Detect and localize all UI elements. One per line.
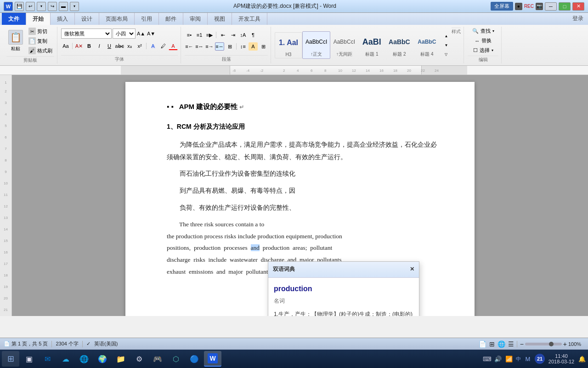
tab-home[interactable]: 开始 bbox=[26, 13, 51, 25]
undo-btn[interactable]: ↩ bbox=[26, 2, 35, 11]
styles-more[interactable]: ▽ bbox=[441, 50, 451, 58]
styles-scroll-down[interactable]: ▼ bbox=[441, 41, 451, 49]
doc-eng-para3[interactable]: positions, production processes and prod… bbox=[167, 242, 438, 254]
font-name-select[interactable]: 微软雅黑 bbox=[61, 29, 112, 39]
line-spacing-btn[interactable]: ↕≡ bbox=[238, 42, 248, 51]
font-size-decrease[interactable]: A▼ bbox=[147, 29, 156, 38]
copy-btn[interactable]: 📄 复制 bbox=[27, 36, 54, 46]
taskbar-app2[interactable]: ⬡ bbox=[167, 351, 185, 367]
num-list-btn[interactable]: ≡1 bbox=[195, 31, 204, 39]
zoom-minus[interactable]: − bbox=[520, 340, 524, 348]
doc-eng-para1[interactable]: The three risk sources contain a to bbox=[167, 218, 438, 230]
taskbar-explorer[interactable]: 📁 bbox=[112, 351, 130, 367]
bullet-list-btn[interactable]: ≡• bbox=[185, 31, 194, 39]
tray-keyboard[interactable]: ⌨ bbox=[483, 355, 491, 363]
save-quick-btn[interactable]: 💾 bbox=[15, 2, 24, 11]
style-h3[interactable]: 1. AaI H3 bbox=[275, 32, 302, 58]
document-scroll-area[interactable]: ▪ APM 建设的必要性 ↵ 1、RCM 分析及方法论应用 1、RCM 分析及方… bbox=[12, 75, 588, 316]
shading-btn[interactable]: A bbox=[249, 42, 258, 51]
tray-badge[interactable]: 21 bbox=[535, 354, 545, 364]
view-outline-btn[interactable]: ☰ bbox=[508, 340, 514, 348]
text-highlight-btn[interactable]: 🖊 bbox=[158, 42, 168, 50]
login-btn[interactable]: 登录 bbox=[568, 13, 588, 25]
format-paint-btn[interactable]: 🖌 格式刷 bbox=[27, 46, 54, 55]
redo-btn[interactable]: ↪ bbox=[48, 2, 57, 11]
fullscreen-btn[interactable]: 全屏幕 bbox=[491, 2, 513, 11]
style-h2[interactable]: AaBbC 标题 2 bbox=[385, 32, 413, 58]
font-size-select[interactable]: 小四 bbox=[113, 29, 136, 39]
tray-cn[interactable]: 中 bbox=[516, 356, 521, 362]
font-color-btn[interactable]: A bbox=[169, 42, 178, 50]
style-nospace[interactable]: AaBbCcI ↑无间距 bbox=[330, 32, 358, 58]
align-right-btn[interactable]: ≡→ bbox=[205, 42, 214, 51]
system-clock[interactable]: 11:40 2018-03-12 bbox=[548, 353, 575, 364]
doc-para1[interactable]: 为降低企业产品成本，满足用户需求，提高市场竞争能力，提高企业经济效益，石化企业必… bbox=[167, 139, 438, 163]
tab-developer[interactable]: 开发工具 bbox=[232, 13, 267, 25]
ruler-main[interactable]: -6 -4 -2 2 4 6 8 10 12 14 16 18 20 22 24 bbox=[230, 66, 421, 75]
style-h4[interactable]: AaBbC 标题 4 bbox=[413, 32, 441, 58]
superscript-btn[interactable]: x² bbox=[135, 42, 144, 50]
font-case-btn[interactable]: Aa bbox=[61, 42, 70, 50]
select-btn[interactable]: ☐选择▾ bbox=[472, 46, 494, 55]
style-normal[interactable]: AaBbCcI ↑正文 bbox=[302, 31, 330, 59]
clear-format-btn[interactable]: A✕ bbox=[74, 42, 84, 50]
tray-notification[interactable]: 🔔 bbox=[578, 355, 586, 363]
paste-btn[interactable]: 📋 粘贴 bbox=[6, 29, 25, 53]
tray-ime[interactable]: M bbox=[524, 355, 532, 363]
justify-btn[interactable]: ≡↔ bbox=[215, 42, 224, 51]
align-center-btn[interactable]: ≡↔ bbox=[195, 42, 204, 51]
customize-arrow[interactable]: ▾ bbox=[70, 2, 79, 11]
view-normal-btn[interactable]: 📄 bbox=[479, 340, 486, 348]
replace-btn[interactable]: ↔替换 bbox=[474, 36, 492, 45]
tab-file[interactable]: 文件 bbox=[2, 13, 26, 25]
align-distribute-btn[interactable]: ⊞ bbox=[225, 42, 234, 51]
tray-network[interactable]: 📶 bbox=[505, 355, 513, 363]
increase-indent-btn[interactable]: ⇥ bbox=[228, 31, 237, 39]
view-layout-btn[interactable]: ⊞ bbox=[489, 340, 495, 348]
tab-view[interactable]: 视图 bbox=[208, 13, 232, 25]
align-left-btn[interactable]: ≡← bbox=[185, 42, 194, 51]
language-indicator[interactable]: 英语(美国) bbox=[94, 340, 118, 347]
sort-btn[interactable]: ↕A bbox=[238, 31, 248, 39]
text-effect-btn[interactable]: A bbox=[148, 42, 158, 50]
cut-btn[interactable]: ✂ 剪切 bbox=[27, 27, 54, 36]
dict-close-btn[interactable]: ✕ bbox=[410, 264, 414, 275]
tab-review[interactable]: 审阅 bbox=[183, 13, 208, 25]
bold-btn[interactable]: B bbox=[85, 42, 94, 50]
close-btn[interactable]: ✕ bbox=[572, 2, 584, 11]
taskbar-globe[interactable]: 🌍 bbox=[94, 351, 111, 367]
multi-list-btn[interactable]: ≡▶ bbox=[205, 31, 214, 39]
show-marks-btn[interactable]: ¶ bbox=[249, 31, 258, 39]
start-btn[interactable]: ⊞ bbox=[2, 351, 19, 367]
camera-icon[interactable]: 📷 bbox=[536, 3, 543, 10]
find-btn[interactable]: 🔍查找▾ bbox=[471, 27, 495, 35]
tray-volume[interactable]: 🔊 bbox=[494, 355, 502, 363]
undo-arrow[interactable]: ▾ bbox=[37, 2, 46, 11]
underline-btn[interactable]: U bbox=[105, 42, 114, 50]
zoom-plus[interactable]: + bbox=[563, 340, 567, 348]
doc-eng-para2[interactable]: the production process risks include pro… bbox=[167, 230, 438, 242]
customize-quick-access[interactable]: ▬ bbox=[59, 2, 68, 11]
tab-page-layout[interactable]: 页面布局 bbox=[99, 13, 135, 25]
minimize-btn[interactable]: ─ bbox=[545, 2, 557, 11]
document-page[interactable]: ▪ APM 建设的必要性 ↵ 1、RCM 分析及方法论应用 1、RCM 分析及方… bbox=[125, 82, 475, 316]
taskbar-app1[interactable]: 🎮 bbox=[149, 351, 166, 367]
zoom-slider[interactable] bbox=[525, 343, 562, 345]
taskbar-onedrive[interactable]: ☁ bbox=[57, 351, 74, 367]
taskbar-edge[interactable]: 🌐 bbox=[75, 351, 93, 367]
tab-references[interactable]: 引用 bbox=[135, 13, 159, 25]
view-web-btn[interactable]: 🌐 bbox=[498, 340, 505, 348]
subscript-btn[interactable]: x₂ bbox=[125, 42, 134, 50]
doc-para2[interactable]: 而石油化工行业作为设备密集型的连续化 bbox=[167, 168, 438, 180]
word-icon[interactable]: W bbox=[4, 2, 13, 11]
decrease-indent-btn[interactable]: ⇤ bbox=[218, 31, 227, 39]
maximize-btn[interactable]: □ bbox=[559, 2, 571, 11]
style-h1[interactable]: AaBl 标题 1 bbox=[358, 32, 385, 58]
taskbar-outlook[interactable]: ✉ bbox=[39, 351, 56, 367]
taskbar-word[interactable]: W bbox=[204, 351, 221, 367]
task-view-btn[interactable]: ▣ bbox=[20, 351, 38, 367]
taskbar-settings[interactable]: ⚙ bbox=[130, 351, 148, 367]
taskbar-app3[interactable]: 🔵 bbox=[186, 351, 203, 367]
font-size-increase[interactable]: A▲ bbox=[136, 29, 146, 38]
zoom-control[interactable]: − + 100% bbox=[520, 340, 584, 348]
